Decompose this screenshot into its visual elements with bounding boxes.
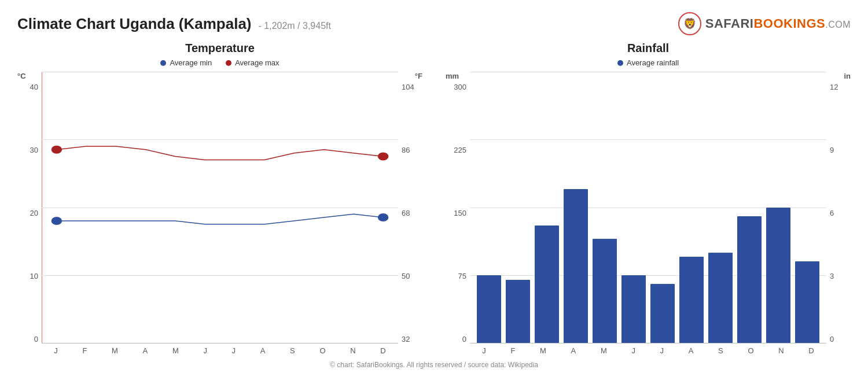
temperature-x-axis: J F M A M J J A S O N D xyxy=(42,343,398,356)
svg-text:🦁: 🦁 xyxy=(683,17,697,30)
temp-y-left-label: °C xyxy=(17,72,26,80)
rx-m2: M xyxy=(601,346,607,356)
x-j3: J xyxy=(232,346,236,356)
logo-safari: SAFARI xyxy=(705,16,754,31)
rain-y-left-225: 225 xyxy=(454,146,466,154)
bar-apr xyxy=(562,72,589,343)
logo-icon: 🦁 xyxy=(678,12,702,36)
header-row: Climate Chart Uganda (Kampala) - 1,202m … xyxy=(17,12,851,36)
page-container: Climate Chart Uganda (Kampala) - 1,202m … xyxy=(0,0,868,377)
avg-min-label: Average min xyxy=(170,58,212,67)
bar-oct-fill xyxy=(737,216,761,343)
temp-y-right-104: 104 xyxy=(402,83,414,91)
x-n1: N xyxy=(350,346,355,356)
bar-jul-fill xyxy=(650,284,674,343)
temp-y-right-86: 86 xyxy=(402,146,410,154)
logo-section: 🦁 SAFARIBOOKINGS.COM xyxy=(678,12,851,36)
rain-y-left-label: mm xyxy=(446,72,459,80)
logo-dot: .COM xyxy=(825,20,851,29)
rain-y-right-label: in xyxy=(844,72,851,80)
avg-rainfall-label: Average rainfall xyxy=(627,58,679,67)
temperature-lines-svg xyxy=(42,72,398,343)
temp-y-left-40: 40 xyxy=(30,83,38,91)
temp-y-left-0: 0 xyxy=(34,335,38,343)
bar-jun xyxy=(620,72,647,343)
subtitle: - 1,202m / 3,945ft xyxy=(259,21,331,31)
footer-text: © chart: SafariBookings. All rights rese… xyxy=(330,361,538,369)
bar-jul xyxy=(649,72,676,343)
bar-aug xyxy=(678,72,705,343)
rx-a1: A xyxy=(571,346,576,356)
bar-aug-fill xyxy=(679,257,703,343)
x-j2: J xyxy=(203,346,207,356)
temperature-legend: Average min Average max xyxy=(17,58,422,67)
temperature-chart-area: °C 40 30 20 10 0 xyxy=(17,72,422,356)
rain-y-right-3: 3 xyxy=(830,272,834,280)
min-dot-d xyxy=(378,213,388,221)
rainfall-legend: Average rainfall xyxy=(446,58,851,67)
bar-nov xyxy=(765,72,792,343)
rx-o1: O xyxy=(748,346,753,356)
temp-y-left-30: 30 xyxy=(30,146,38,154)
rx-j1: J xyxy=(482,346,486,356)
x-a1: A xyxy=(143,346,148,356)
max-dot-d xyxy=(378,153,388,161)
rx-a2: A xyxy=(689,346,694,356)
legend-avg-max: Average max xyxy=(226,58,279,67)
rain-y-right-9: 9 xyxy=(830,146,834,154)
rainfall-chart-area: mm 300 225 150 75 0 xyxy=(446,72,851,356)
rain-y-right-12: 12 xyxy=(830,83,838,91)
rx-m1: M xyxy=(540,346,546,356)
bar-jun-fill xyxy=(621,275,645,343)
avg-max-line xyxy=(57,146,383,160)
x-f1: F xyxy=(82,346,87,356)
max-dot-j xyxy=(52,146,62,154)
temp-y-right-32: 32 xyxy=(402,335,410,343)
bar-nov-fill xyxy=(766,208,790,343)
logo-text: SAFARIBOOKINGS.COM xyxy=(705,16,851,31)
bar-dec-fill xyxy=(795,261,819,343)
footer: © chart: SafariBookings. All rights rese… xyxy=(17,361,851,371)
rx-s1: S xyxy=(718,346,723,356)
avg-min-dot xyxy=(160,60,166,66)
x-m2: M xyxy=(172,346,179,356)
rx-j3: J xyxy=(660,346,664,356)
legend-avg-rainfall: Average rainfall xyxy=(617,58,679,67)
temp-y-left-20: 20 xyxy=(30,209,38,217)
temperature-plot xyxy=(42,72,398,343)
temp-y-left-10: 10 xyxy=(30,272,38,280)
bar-may xyxy=(591,72,618,343)
x-j1: J xyxy=(54,346,58,356)
bar-may-fill xyxy=(593,239,616,343)
rain-y-left-75: 75 xyxy=(458,272,466,280)
bar-sep-fill xyxy=(708,253,732,343)
title-section: Climate Chart Uganda (Kampala) - 1,202m … xyxy=(17,15,331,33)
rain-y-left-0: 0 xyxy=(462,335,466,343)
rx-n1: N xyxy=(778,346,784,356)
rainfall-chart: Rainfall Average rainfall mm 300 225 150… xyxy=(434,42,851,356)
x-s1: S xyxy=(290,346,295,356)
temp-y-right-label: °F xyxy=(415,72,422,80)
avg-min-line xyxy=(57,214,383,224)
x-a2: A xyxy=(260,346,266,356)
rain-y-right-0: 0 xyxy=(830,335,834,343)
temperature-chart: Temperature Average min Average max °C 4… xyxy=(17,42,434,356)
bar-jan xyxy=(476,72,502,343)
temp-y-right-50: 50 xyxy=(402,272,410,280)
bar-feb-fill xyxy=(506,280,529,343)
bar-mar-fill xyxy=(535,226,558,343)
main-title: Climate Chart Uganda (Kampala) xyxy=(17,15,252,33)
rx-f1: F xyxy=(510,346,515,356)
bar-jan-fill xyxy=(477,275,501,343)
bar-sep xyxy=(707,72,734,343)
rainfall-bars xyxy=(470,72,826,343)
rain-y-right-6: 6 xyxy=(830,209,834,217)
rainfall-plot xyxy=(470,72,826,343)
bar-dec xyxy=(794,72,821,343)
x-o1: O xyxy=(319,346,325,356)
x-d1: D xyxy=(380,346,385,356)
rain-y-left-150: 150 xyxy=(454,209,466,217)
bar-mar xyxy=(534,72,560,343)
temperature-chart-title: Temperature xyxy=(17,42,422,55)
charts-row: Temperature Average min Average max °C 4… xyxy=(17,42,851,356)
